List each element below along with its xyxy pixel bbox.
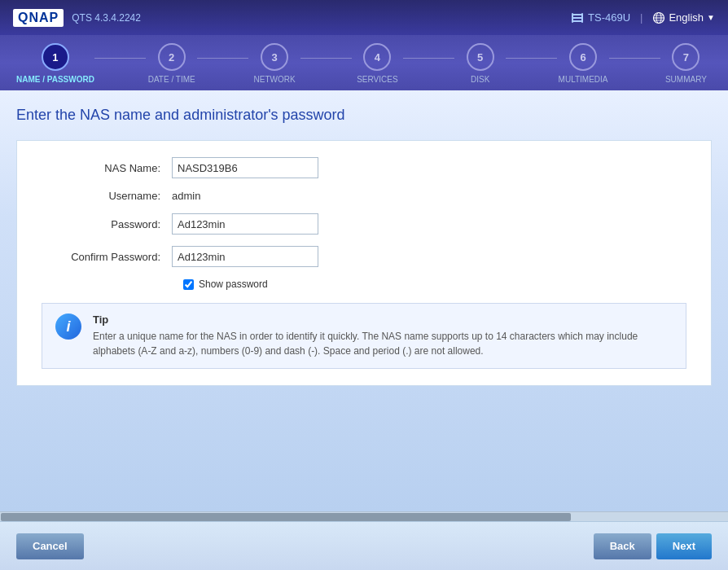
step-6-circle: 6 [569, 43, 597, 71]
scrollbar-thumb[interactable] [1, 513, 571, 521]
step-7-label: SUMMARY [665, 75, 707, 90]
step-line-2 [197, 58, 248, 59]
step-4-circle: 4 [363, 43, 391, 71]
step-1-label: NAME / PASSWORD [16, 75, 94, 90]
qnap-logo: QNAP [13, 9, 64, 27]
tip-text: Enter a unique name for the NAS in order… [93, 329, 673, 358]
show-password-label[interactable]: Show password [199, 278, 268, 290]
device-name: TS-469U [588, 11, 630, 24]
username-value: admin [172, 190, 200, 202]
step-7-circle: 7 [672, 43, 699, 71]
steps-bar: 1 NAME / PASSWORD 2 DATE / TIME 3 NETWOR… [0, 35, 728, 90]
step-6-label: MULTIMEDIA [559, 75, 608, 90]
step-2-circle: 2 [158, 43, 186, 71]
step-5-circle: 5 [467, 43, 494, 71]
password-row: Password: [42, 213, 686, 235]
svg-rect-3 [572, 13, 573, 23]
step-line-3 [300, 58, 352, 59]
step-line-5 [506, 58, 557, 59]
step-2[interactable]: 2 DATE / TIME [146, 43, 197, 90]
username-row: Username: admin [42, 190, 686, 202]
footer: Cancel Back Next [0, 521, 728, 570]
step-line-1 [94, 58, 146, 59]
step-1[interactable]: 1 NAME / PASSWORD [16, 43, 94, 90]
step-3-label: NETWORK [253, 75, 295, 90]
header: QNAP QTS 4.3.4.2242 TS-469U | English [0, 0, 728, 35]
section-title: Enter the NAS name and administrator's p… [16, 107, 712, 124]
step-7[interactable]: 7 SUMMARY [660, 43, 712, 90]
dropdown-arrow-icon: ▼ [707, 13, 715, 22]
server-icon [571, 11, 584, 24]
tip-icon: i [55, 314, 81, 340]
step-1-circle: 1 [42, 43, 69, 71]
tip-content: Tip Enter a unique name for the NAS in o… [93, 314, 673, 358]
step-4[interactable]: 4 SERVICES [352, 43, 403, 90]
globe-icon [652, 11, 665, 24]
step-4-label: SERVICES [357, 75, 397, 90]
tip-box: i Tip Enter a unique name for the NAS in… [42, 303, 686, 369]
next-button[interactable]: Next [656, 533, 712, 559]
confirm-password-row: Confirm Password: [42, 246, 686, 267]
confirm-password-input[interactable] [172, 246, 318, 267]
nas-name-label: NAS Name: [42, 162, 172, 174]
header-left: QNAP QTS 4.3.4.2242 [13, 9, 141, 27]
header-divider: | [640, 11, 642, 24]
step-6[interactable]: 6 MULTIMEDIA [557, 43, 608, 90]
show-password-row: Show password [183, 278, 686, 290]
step-5-label: DISK [471, 75, 489, 90]
tip-title: Tip [93, 314, 673, 326]
svg-rect-4 [581, 13, 583, 23]
show-password-checkbox[interactable] [183, 279, 194, 290]
main-content: Enter the NAS name and administrator's p… [0, 90, 728, 511]
svg-rect-2 [572, 20, 582, 22]
footer-right: Back Next [594, 533, 712, 559]
step-3-circle: 3 [261, 43, 288, 71]
step-2-label: DATE / TIME [148, 75, 195, 90]
step-line-6 [609, 58, 660, 59]
steps-container: 1 NAME / PASSWORD 2 DATE / TIME 3 NETWOR… [16, 43, 712, 90]
confirm-password-label: Confirm Password: [42, 251, 172, 263]
nas-name-input[interactable] [172, 157, 318, 178]
step-3[interactable]: 3 NETWORK [248, 43, 300, 90]
form-area: NAS Name: Username: admin Password: Conf… [16, 140, 712, 386]
scrollbar-area[interactable] [0, 511, 728, 521]
qts-version: QTS 4.3.4.2242 [72, 12, 141, 24]
language-selector[interactable]: English ▼ [652, 11, 715, 24]
cancel-button[interactable]: Cancel [16, 533, 84, 559]
step-line-4 [403, 58, 454, 59]
svg-rect-1 [572, 17, 582, 19]
password-input[interactable] [172, 213, 318, 235]
password-label: Password: [42, 218, 172, 230]
nas-name-row: NAS Name: [42, 157, 686, 178]
svg-rect-0 [572, 14, 582, 15]
back-button[interactable]: Back [594, 533, 651, 559]
device-info: TS-469U [571, 11, 630, 24]
step-5[interactable]: 5 DISK [454, 43, 506, 90]
username-label: Username: [42, 190, 172, 202]
header-right: TS-469U | English ▼ [571, 11, 715, 24]
language-label: English [669, 11, 704, 24]
